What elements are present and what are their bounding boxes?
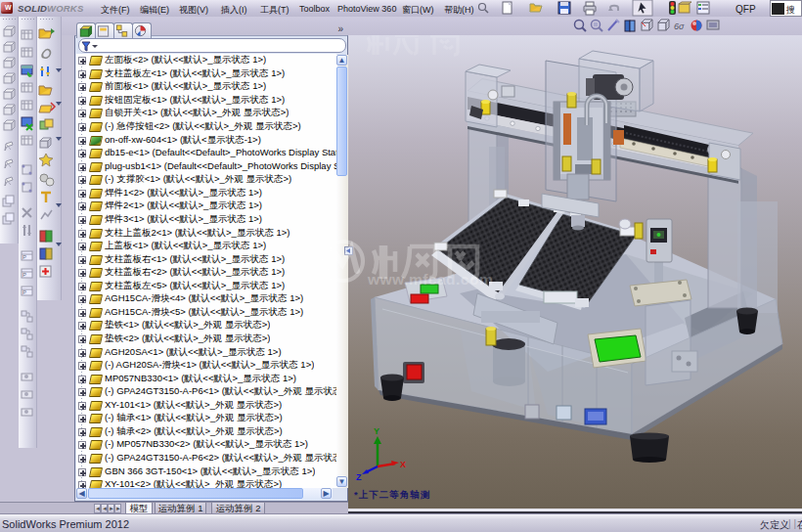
svg-text:Y: Y: [374, 426, 379, 436]
svg-text:P: P: [22, 254, 26, 260]
svg-text:X: X: [400, 460, 406, 469]
svg-text:6σ: 6σ: [674, 22, 685, 31]
svg-text:Z: Z: [356, 472, 362, 480]
svg-text:P: P: [22, 272, 26, 278]
svg-text:P: P: [22, 289, 26, 295]
